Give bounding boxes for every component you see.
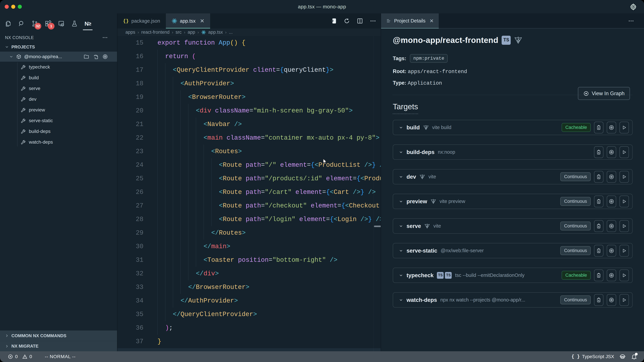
view-target-in-graph-button[interactable]: [607, 196, 616, 207]
nx-migrate-section[interactable]: NX MIGRATE: [0, 341, 117, 351]
copy-target-button[interactable]: [594, 245, 604, 257]
close-tab-icon[interactable]: ✕: [200, 18, 204, 24]
package-cube-icon: [16, 54, 22, 59]
refresh-icon[interactable]: [344, 17, 350, 24]
settings-gear-icon[interactable]: [630, 3, 637, 10]
project-row[interactable]: @mono-app/rea...: [0, 52, 117, 62]
project-details-view-icon[interactable]: [330, 17, 337, 24]
breadcrumb-item[interactable]: react-frontend: [142, 30, 170, 35]
breadcrumb-item[interactable]: app: [188, 30, 195, 35]
sidebar-target-item[interactable]: serve-static: [0, 115, 117, 126]
view-target-in-graph-button[interactable]: [607, 122, 616, 133]
copy-target-button[interactable]: [594, 122, 604, 133]
run-target-button[interactable]: [620, 146, 629, 158]
sidebar-target-item[interactable]: watch-deps: [0, 137, 117, 147]
view-target-in-graph-button[interactable]: [607, 220, 616, 232]
project-title: @mono-app/react-frontend: [393, 35, 498, 45]
run-target-button[interactable]: [620, 245, 629, 257]
target-row[interactable]: buildvite buildCacheable: [393, 120, 632, 135]
nx-console-icon[interactable]: N≥: [84, 20, 92, 27]
remote-explorer-icon[interactable]: [57, 20, 65, 27]
view-target-in-graph-button[interactable]: [607, 146, 616, 158]
target-row[interactable]: serve-static@nx/web:file-serverContinuou…: [393, 243, 632, 258]
title-bar: app.tsx — mono-app: [0, 0, 644, 13]
target-row[interactable]: typecheckTSTStsc --build --emitDeclarati…: [393, 268, 632, 283]
indent-guide: [173, 240, 180, 253]
language-mode[interactable]: { } TypeScript JSX: [572, 354, 614, 359]
explorer-icon[interactable]: [4, 20, 12, 27]
vim-mode-indicator[interactable]: -- NORMAL --: [45, 354, 76, 359]
tokens: <Route path="/" element={<ProductList />…: [219, 158, 381, 172]
scrollbar-marker[interactable]: [374, 226, 381, 227]
target-row[interactable]: build-depsnx:noop: [393, 144, 632, 160]
copy-target-button[interactable]: [594, 270, 604, 281]
sidebar-more-actions-icon[interactable]: [102, 34, 108, 40]
run-target-button[interactable]: [620, 122, 629, 133]
line-number: 38: [118, 348, 144, 351]
tab-app-tsx[interactable]: app.tsx ✕: [166, 13, 210, 28]
indent-guide: [211, 172, 219, 185]
breadcrumb-item[interactable]: src: [176, 30, 182, 35]
notifications-bell-icon[interactable]: [631, 354, 637, 360]
view-in-graph-button[interactable]: View In Graph: [578, 87, 630, 100]
copy-target-button[interactable]: [594, 220, 604, 232]
target-row[interactable]: previewvite previewContinuous: [393, 194, 632, 209]
copy-target-button[interactable]: [594, 196, 604, 207]
editor-actions: [330, 13, 376, 28]
target-row[interactable]: watch-depsnpx nx watch --projects @mono-…: [393, 292, 632, 308]
projects-section-header[interactable]: PROJECTS: [0, 42, 117, 52]
code-text: </QueryClientProvider>: [144, 308, 381, 321]
code-area[interactable]: 15export function App() {16return (17<Qu…: [118, 36, 381, 351]
sidebar-target-item[interactable]: build: [0, 72, 117, 83]
run-target-button[interactable]: [620, 171, 629, 183]
run-target-button[interactable]: [620, 270, 629, 281]
problems-indicator[interactable]: 0 0 -- NORMAL --: [8, 354, 76, 359]
breadcrumb-item[interactable]: app.tsx: [208, 30, 223, 35]
testing-beaker-icon[interactable]: [70, 20, 78, 27]
target-row[interactable]: serveviteContinuous: [393, 218, 632, 234]
indent-guide: [196, 158, 204, 172]
panel-more-actions-icon[interactable]: [628, 13, 634, 28]
source-control-icon[interactable]: 32: [31, 20, 38, 27]
common-nx-commands-section[interactable]: COMMON NX COMMANDS: [0, 331, 117, 341]
copy-target-button[interactable]: [594, 146, 604, 158]
run-target-button[interactable]: [620, 220, 629, 232]
sidebar-target-item[interactable]: typecheck: [0, 62, 117, 72]
search-icon[interactable]: [18, 20, 25, 27]
view-target-in-graph-button[interactable]: [607, 294, 616, 306]
view-target-in-graph-button[interactable]: [607, 245, 616, 257]
copy-target-button[interactable]: [594, 294, 604, 306]
run-target-button[interactable]: [620, 294, 629, 306]
indent-guide: [188, 158, 196, 172]
copilot-icon[interactable]: [619, 353, 626, 360]
indent-guide: [211, 158, 219, 172]
run-target-button[interactable]: [620, 196, 629, 207]
sidebar-target-item[interactable]: preview: [0, 105, 117, 115]
folder-icon[interactable]: [84, 54, 89, 59]
view-target-in-graph-button[interactable]: [607, 171, 616, 183]
more-actions-icon[interactable]: [370, 17, 376, 24]
breadcrumb[interactable]: apps›react-frontend›src›app›app.tsx›...: [118, 28, 381, 36]
indent-guide: [173, 77, 180, 90]
target-bullseye-icon[interactable]: [102, 54, 108, 59]
split-editor-icon[interactable]: [356, 17, 363, 24]
sidebar-target-item[interactable]: serve: [0, 83, 117, 94]
tokens: export function App() {: [158, 36, 246, 50]
tab-project-details[interactable]: Project Details ✕: [381, 13, 439, 28]
sidebar-target-label: dev: [29, 96, 36, 102]
play-icon: [622, 174, 627, 179]
indent-guide: [180, 158, 188, 172]
sidebar-target-item[interactable]: build-deps: [0, 126, 117, 137]
extensions-icon[interactable]: 1: [44, 20, 52, 27]
view-target-in-graph-button[interactable]: [607, 270, 616, 281]
tab-package-json[interactable]: {} package.json: [118, 13, 166, 28]
breadcrumb-item[interactable]: ...: [229, 30, 233, 35]
copy-target-button[interactable]: [594, 171, 604, 183]
close-panel-icon[interactable]: ✕: [430, 18, 434, 24]
target-row[interactable]: devviteContinuous: [393, 169, 632, 184]
breadcrumb-item[interactable]: apps: [126, 30, 135, 35]
sidebar-target-item[interactable]: dev: [0, 94, 117, 105]
indent-guide: [180, 145, 188, 158]
target-tech: [420, 174, 425, 180]
goto-config-file-icon[interactable]: [93, 54, 98, 59]
